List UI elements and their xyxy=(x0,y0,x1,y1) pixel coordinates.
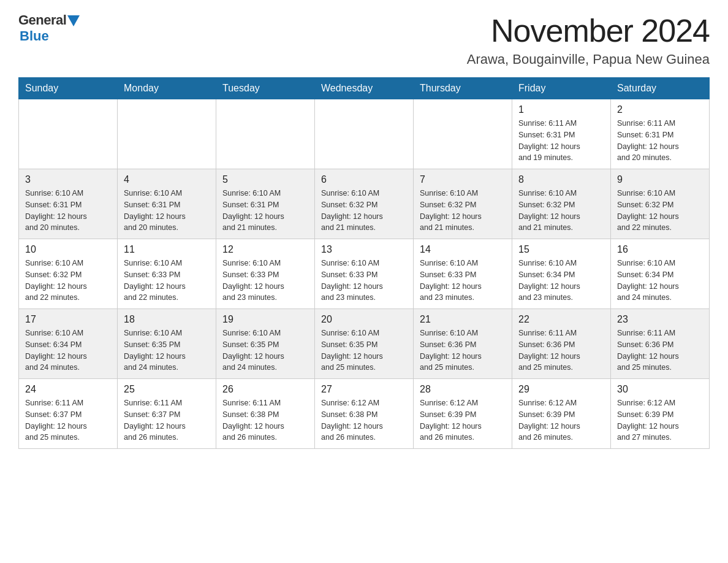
day-number: 26 xyxy=(222,384,308,395)
day-info: Sunrise: 6:11 AMSunset: 6:37 PMDaylight:… xyxy=(124,397,210,443)
day-info: Sunrise: 6:11 AMSunset: 6:38 PMDaylight:… xyxy=(222,397,308,443)
week-row-3: 10Sunrise: 6:10 AMSunset: 6:32 PMDayligh… xyxy=(19,239,710,309)
day-number: 18 xyxy=(124,314,210,325)
day-info: Sunrise: 6:12 AMSunset: 6:39 PMDaylight:… xyxy=(420,397,506,443)
day-info: Sunrise: 6:11 AMSunset: 6:37 PMDaylight:… xyxy=(25,397,111,443)
day-number: 2 xyxy=(617,104,703,115)
header-tuesday: Tuesday xyxy=(216,78,315,99)
table-row: 8Sunrise: 6:10 AMSunset: 6:32 PMDaylight… xyxy=(512,169,611,239)
header-friday: Friday xyxy=(512,78,611,99)
week-row-2: 3Sunrise: 6:10 AMSunset: 6:31 PMDaylight… xyxy=(19,169,710,239)
table-row xyxy=(315,99,414,169)
logo-blue-text: Blue xyxy=(20,28,49,44)
table-row xyxy=(414,99,512,169)
day-info: Sunrise: 6:11 AMSunset: 6:36 PMDaylight:… xyxy=(518,327,604,373)
table-row: 10Sunrise: 6:10 AMSunset: 6:32 PMDayligh… xyxy=(19,239,118,309)
header-wednesday: Wednesday xyxy=(315,78,414,99)
table-row: 30Sunrise: 6:12 AMSunset: 6:39 PMDayligh… xyxy=(611,379,710,449)
day-info: Sunrise: 6:10 AMSunset: 6:36 PMDaylight:… xyxy=(420,327,506,373)
day-number: 22 xyxy=(518,314,604,325)
day-number: 23 xyxy=(617,314,703,325)
header-sunday: Sunday xyxy=(19,78,118,99)
table-row: 9Sunrise: 6:10 AMSunset: 6:32 PMDaylight… xyxy=(611,169,710,239)
day-number: 28 xyxy=(420,384,506,395)
day-info: Sunrise: 6:10 AMSunset: 6:35 PMDaylight:… xyxy=(222,327,308,373)
day-info: Sunrise: 6:10 AMSunset: 6:32 PMDaylight:… xyxy=(518,188,604,234)
day-number: 10 xyxy=(25,244,111,255)
day-number: 11 xyxy=(124,244,210,255)
day-number: 30 xyxy=(617,384,703,395)
day-number: 1 xyxy=(518,104,604,115)
header-saturday: Saturday xyxy=(611,78,710,99)
day-info: Sunrise: 6:11 AMSunset: 6:31 PMDaylight:… xyxy=(518,118,604,164)
day-number: 9 xyxy=(617,174,703,185)
day-info: Sunrise: 6:12 AMSunset: 6:39 PMDaylight:… xyxy=(518,397,604,443)
table-row: 13Sunrise: 6:10 AMSunset: 6:33 PMDayligh… xyxy=(315,239,414,309)
table-row: 24Sunrise: 6:11 AMSunset: 6:37 PMDayligh… xyxy=(19,379,118,449)
header-monday: Monday xyxy=(118,78,216,99)
day-number: 24 xyxy=(25,384,111,395)
table-row: 19Sunrise: 6:10 AMSunset: 6:35 PMDayligh… xyxy=(216,309,315,379)
table-row: 22Sunrise: 6:11 AMSunset: 6:36 PMDayligh… xyxy=(512,309,611,379)
page-header: General Blue November 2024 Arawa, Bougai… xyxy=(18,12,710,67)
title-area: November 2024 Arawa, Bougainville, Papua… xyxy=(467,12,710,67)
table-row: 20Sunrise: 6:10 AMSunset: 6:35 PMDayligh… xyxy=(315,309,414,379)
day-number: 5 xyxy=(222,174,308,185)
day-number: 19 xyxy=(222,314,308,325)
table-row: 4Sunrise: 6:10 AMSunset: 6:31 PMDaylight… xyxy=(118,169,216,239)
table-row: 23Sunrise: 6:11 AMSunset: 6:36 PMDayligh… xyxy=(611,309,710,379)
location-title: Arawa, Bougainville, Papua New Guinea xyxy=(467,52,710,67)
day-info: Sunrise: 6:12 AMSunset: 6:39 PMDaylight:… xyxy=(617,397,703,443)
day-number: 20 xyxy=(321,314,407,325)
day-number: 21 xyxy=(420,314,506,325)
table-row: 11Sunrise: 6:10 AMSunset: 6:33 PMDayligh… xyxy=(118,239,216,309)
table-row: 14Sunrise: 6:10 AMSunset: 6:33 PMDayligh… xyxy=(414,239,512,309)
table-row: 28Sunrise: 6:12 AMSunset: 6:39 PMDayligh… xyxy=(414,379,512,449)
table-row: 3Sunrise: 6:10 AMSunset: 6:31 PMDaylight… xyxy=(19,169,118,239)
header-thursday: Thursday xyxy=(414,78,512,99)
day-info: Sunrise: 6:10 AMSunset: 6:33 PMDaylight:… xyxy=(420,258,506,304)
day-number: 13 xyxy=(321,244,407,255)
day-number: 16 xyxy=(617,244,703,255)
table-row: 7Sunrise: 6:10 AMSunset: 6:32 PMDaylight… xyxy=(414,169,512,239)
table-row xyxy=(216,99,315,169)
week-row-4: 17Sunrise: 6:10 AMSunset: 6:34 PMDayligh… xyxy=(19,309,710,379)
day-info: Sunrise: 6:10 AMSunset: 6:32 PMDaylight:… xyxy=(321,188,407,234)
day-number: 15 xyxy=(518,244,604,255)
day-info: Sunrise: 6:10 AMSunset: 6:32 PMDaylight:… xyxy=(617,188,703,234)
table-row: 18Sunrise: 6:10 AMSunset: 6:35 PMDayligh… xyxy=(118,309,216,379)
logo-general-text: General xyxy=(18,12,66,28)
table-row: 2Sunrise: 6:11 AMSunset: 6:31 PMDaylight… xyxy=(611,99,710,169)
table-row: 15Sunrise: 6:10 AMSunset: 6:34 PMDayligh… xyxy=(512,239,611,309)
day-info: Sunrise: 6:11 AMSunset: 6:31 PMDaylight:… xyxy=(617,118,703,164)
table-row: 12Sunrise: 6:10 AMSunset: 6:33 PMDayligh… xyxy=(216,239,315,309)
table-row: 6Sunrise: 6:10 AMSunset: 6:32 PMDaylight… xyxy=(315,169,414,239)
day-info: Sunrise: 6:10 AMSunset: 6:33 PMDaylight:… xyxy=(124,258,210,304)
day-info: Sunrise: 6:10 AMSunset: 6:33 PMDaylight:… xyxy=(321,258,407,304)
day-number: 17 xyxy=(25,314,111,325)
table-row: 1Sunrise: 6:11 AMSunset: 6:31 PMDaylight… xyxy=(512,99,611,169)
day-number: 12 xyxy=(222,244,308,255)
day-number: 8 xyxy=(518,174,604,185)
day-number: 29 xyxy=(518,384,604,395)
day-info: Sunrise: 6:10 AMSunset: 6:34 PMDaylight:… xyxy=(25,327,111,373)
week-row-1: 1Sunrise: 6:11 AMSunset: 6:31 PMDaylight… xyxy=(19,99,710,169)
calendar-table: Sunday Monday Tuesday Wednesday Thursday… xyxy=(18,77,710,449)
table-row: 21Sunrise: 6:10 AMSunset: 6:36 PMDayligh… xyxy=(414,309,512,379)
day-number: 7 xyxy=(420,174,506,185)
day-info: Sunrise: 6:12 AMSunset: 6:38 PMDaylight:… xyxy=(321,397,407,443)
day-number: 25 xyxy=(124,384,210,395)
day-number: 3 xyxy=(25,174,111,185)
table-row: 5Sunrise: 6:10 AMSunset: 6:31 PMDaylight… xyxy=(216,169,315,239)
table-row: 25Sunrise: 6:11 AMSunset: 6:37 PMDayligh… xyxy=(118,379,216,449)
month-title: November 2024 xyxy=(467,12,710,49)
day-info: Sunrise: 6:10 AMSunset: 6:31 PMDaylight:… xyxy=(25,188,111,234)
day-info: Sunrise: 6:10 AMSunset: 6:35 PMDaylight:… xyxy=(321,327,407,373)
table-row: 27Sunrise: 6:12 AMSunset: 6:38 PMDayligh… xyxy=(315,379,414,449)
day-info: Sunrise: 6:11 AMSunset: 6:36 PMDaylight:… xyxy=(617,327,703,373)
days-header-row: Sunday Monday Tuesday Wednesday Thursday… xyxy=(19,78,710,99)
logo: General Blue xyxy=(18,12,80,44)
day-info: Sunrise: 6:10 AMSunset: 6:31 PMDaylight:… xyxy=(222,188,308,234)
day-info: Sunrise: 6:10 AMSunset: 6:34 PMDaylight:… xyxy=(617,258,703,304)
table-row: 26Sunrise: 6:11 AMSunset: 6:38 PMDayligh… xyxy=(216,379,315,449)
